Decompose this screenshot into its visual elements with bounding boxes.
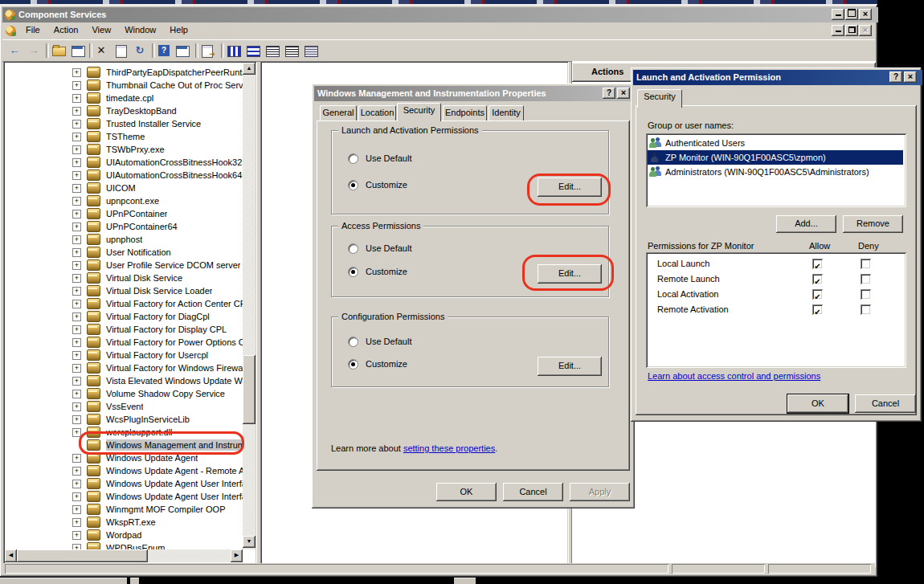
expand-icon[interactable]: + xyxy=(72,133,81,141)
launch-use-default-radio[interactable] xyxy=(348,153,358,164)
expand-icon[interactable]: + xyxy=(72,197,81,206)
expand-icon[interactable]: + xyxy=(72,94,81,103)
tree-item[interactable]: +VssEvent xyxy=(5,400,243,413)
back-icon[interactable]: ← xyxy=(7,44,22,58)
tree-vscroll-thumb[interactable] xyxy=(243,355,256,424)
access-customize-radio[interactable] xyxy=(348,267,358,277)
allow-checkbox[interactable] xyxy=(812,304,823,315)
remove-button[interactable]: Remove xyxy=(843,215,903,233)
expand-icon[interactable]: + xyxy=(72,338,81,347)
new-window-icon[interactable] xyxy=(176,46,190,57)
tree-item[interactable]: +Volume Shadow Copy Service xyxy=(5,387,243,400)
permission-close-icon[interactable]: × xyxy=(904,71,917,83)
expand-icon[interactable]: + xyxy=(72,171,81,180)
tab-identity[interactable]: Identity xyxy=(489,105,524,121)
properties-cancel-button[interactable]: Cancel xyxy=(503,483,563,501)
tree-vscroll-up-icon[interactable]: ▲ xyxy=(243,63,256,75)
menu-help[interactable]: Help xyxy=(164,22,194,37)
expand-icon[interactable]: + xyxy=(72,454,81,463)
close-button[interactable]: × xyxy=(859,9,872,20)
tree-item[interactable]: +Winmgmt MOF Compiler OOP xyxy=(5,503,243,516)
menu-window[interactable]: Window xyxy=(119,22,161,37)
refresh-icon[interactable]: ↻ xyxy=(133,44,147,58)
tree-item[interactable]: +WkspRT.exe xyxy=(5,516,243,529)
tree-item[interactable]: +Vista Elevated Windows Update Web xyxy=(5,374,243,387)
tree-item[interactable]: +Virtual Factory for Usercpl xyxy=(5,349,243,361)
child-minimize-button[interactable] xyxy=(832,25,844,36)
tree-item[interactable]: +Windows Update Agent User Interfa xyxy=(5,477,243,490)
properties-help-icon[interactable]: ? xyxy=(603,88,615,99)
expand-icon[interactable]: + xyxy=(72,223,81,231)
tree-item[interactable]: +User Notification xyxy=(5,246,243,259)
up-one-level-icon[interactable] xyxy=(52,47,66,56)
expand-icon[interactable]: + xyxy=(72,248,81,257)
properties-ok-button[interactable]: OK xyxy=(436,483,497,501)
expand-icon[interactable]: + xyxy=(72,351,81,360)
view-details-icon[interactable] xyxy=(285,46,299,57)
tree-item[interactable]: +Virtual Disk Service Loader xyxy=(5,284,243,297)
tab-security[interactable]: Security xyxy=(397,103,441,121)
group-user-list[interactable]: Authenticated UsersZP Monitor (WIN-90Q1F… xyxy=(646,133,906,207)
expand-icon[interactable]: + xyxy=(72,364,81,373)
expand-icon[interactable]: + xyxy=(72,184,81,193)
tree-item[interactable]: +UPnPContainer xyxy=(5,207,243,220)
delete-icon[interactable]: ✕ xyxy=(94,44,108,58)
tree-item[interactable]: +TSTheme xyxy=(5,130,243,143)
tree-vscrollbar[interactable] xyxy=(243,63,256,549)
properties-close-icon[interactable]: × xyxy=(617,88,630,99)
expand-icon[interactable]: + xyxy=(72,120,81,129)
tab-endpoints[interactable]: Endpoints xyxy=(443,105,487,121)
properties-icon[interactable] xyxy=(116,45,127,58)
tree-item[interactable]: +WcsPlugInServiceLib xyxy=(5,413,243,426)
tree-item[interactable]: +TSWbPrxy.exe xyxy=(5,143,243,156)
tree-hscroll-left-icon[interactable]: ◀ xyxy=(5,549,17,562)
show-console-tree-icon[interactable] xyxy=(72,46,85,57)
access-use-default-radio[interactable] xyxy=(348,243,358,254)
tree-item[interactable]: +Windows Update Agent User Interfa xyxy=(5,490,243,503)
forward-icon[interactable]: → xyxy=(27,44,41,58)
expand-icon[interactable]: + xyxy=(72,480,81,488)
allow-checkbox[interactable] xyxy=(812,289,823,300)
expand-icon[interactable]: + xyxy=(72,107,81,116)
deny-checkbox[interactable] xyxy=(861,259,871,269)
child-close-button[interactable]: × xyxy=(859,25,872,36)
user-list-item[interactable]: Authenticated Users xyxy=(648,136,903,150)
allow-checkbox[interactable] xyxy=(812,259,823,269)
user-list-item[interactable]: ZP Monitor (WIN-90Q1F00ASC5\zpmon) xyxy=(648,150,903,165)
expand-icon[interactable]: + xyxy=(72,158,81,167)
deny-checkbox[interactable] xyxy=(861,304,871,315)
tree-item[interactable]: +Trusted Installer Service xyxy=(5,117,243,130)
help-icon[interactable]: ? xyxy=(158,45,170,56)
expand-icon[interactable]: + xyxy=(72,235,81,244)
expand-icon[interactable]: + xyxy=(72,145,81,154)
tree-item[interactable]: +Windows Update Agent - Remote Ac xyxy=(5,464,243,477)
expand-icon[interactable]: + xyxy=(72,518,81,527)
tree-item[interactable]: +Thumbnail Cache Out of Proc Server xyxy=(5,79,243,92)
add-button[interactable]: Add... xyxy=(776,215,836,233)
view-large-icons-icon[interactable] xyxy=(227,46,241,57)
tree-item[interactable]: +timedate.cpl xyxy=(5,92,243,104)
access-control-link[interactable]: Learn about access control and permissio… xyxy=(648,371,820,381)
tab-location[interactable]: Location xyxy=(358,105,396,121)
view-list-icon[interactable] xyxy=(266,46,280,57)
expand-icon[interactable]: + xyxy=(72,505,81,514)
tab-permission-security[interactable]: Security xyxy=(637,89,682,108)
config-edit-button[interactable]: Edit... xyxy=(538,357,602,376)
tree-item[interactable]: +UIAutomationCrossBitnessHook32 Cl xyxy=(5,156,243,169)
expand-icon[interactable]: + xyxy=(72,467,81,476)
menu-view[interactable]: View xyxy=(86,22,117,37)
tree-vscroll-down-icon[interactable]: ▼ xyxy=(243,536,256,548)
tree-item[interactable]: +Wordpad xyxy=(5,529,243,541)
tree-hscroll-right-icon[interactable]: ▶ xyxy=(231,549,243,562)
tree-item[interactable]: +Virtual Disk Service xyxy=(5,272,243,284)
view-extended-icon[interactable] xyxy=(305,46,318,57)
deny-checkbox[interactable] xyxy=(861,274,871,284)
user-list-item[interactable]: Administrators (WIN-90Q1F00ASC5\Administ… xyxy=(648,165,903,179)
expand-icon[interactable]: + xyxy=(72,68,81,77)
expand-icon[interactable]: + xyxy=(72,210,81,218)
tree-item[interactable]: +User Profile Service DCOM server xyxy=(5,259,243,272)
config-customize-radio[interactable] xyxy=(348,359,358,370)
expand-icon[interactable]: + xyxy=(72,415,81,424)
tree-item[interactable]: +Virtual Factory for Windows Firewall xyxy=(5,361,243,374)
launch-customize-radio[interactable] xyxy=(348,180,358,190)
